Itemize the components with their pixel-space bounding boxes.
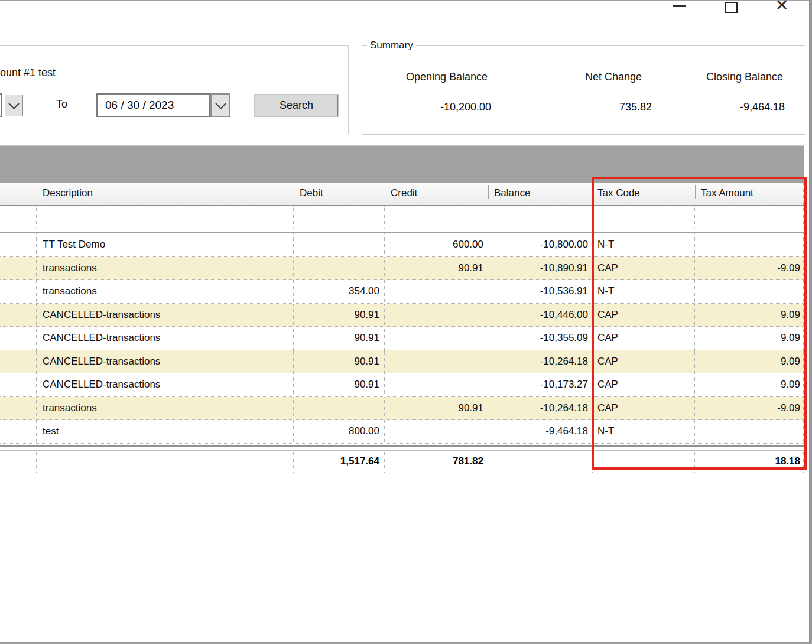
column-header-tax-code[interactable]: Tax Code [593,183,695,205]
column-header-debit[interactable]: Debit [294,183,385,205]
cell-tax-amount[interactable]: 9.09 [695,373,804,396]
cell-credit[interactable] [385,206,488,229]
app-window: ✕ ount #1 test To 06 / 30 / 2023 Search … [0,0,812,644]
totals-separator [0,445,804,451]
transaction-row[interactable]: test 800.00 -9,464.18 N-T [0,420,804,444]
transaction-row[interactable]: transactions 90.91 -10,890.91 CAP -9.09 [0,257,804,281]
close-icon[interactable]: ✕ [773,0,791,14]
to-label: To [56,98,67,110]
cell-tax-code[interactable]: N-T [593,280,695,303]
cell-tax-code[interactable]: CAP [593,350,695,373]
cell-blank[interactable] [0,327,37,350]
cell-blank[interactable] [0,420,37,443]
cell-description[interactable]: CANCELLED-transactions [37,350,294,373]
cell-blank[interactable] [0,350,37,373]
transaction-row[interactable]: CANCELLED-transactions 90.91 -10,446.00 … [0,304,804,327]
column-header-blank[interactable] [0,183,37,205]
cell-blank[interactable] [0,233,37,256]
cell-blank[interactable] [0,206,37,229]
cell-balance[interactable] [488,206,593,229]
opening-balance-label: Opening Balance [391,71,503,83]
column-header-description[interactable]: Description [37,183,294,205]
column-header-credit[interactable]: Credit [385,183,488,205]
cell-debit[interactable]: 90.91 [294,304,385,327]
cell-blank[interactable] [0,257,37,280]
cell-description[interactable]: TT Test Demo [37,233,294,256]
cell-tax-code[interactable]: CAP [593,373,695,396]
cell-debit[interactable] [294,233,385,256]
cell-balance[interactable]: -10,536.91 [488,280,593,303]
cell-description[interactable]: transactions [37,397,294,420]
cell-tax-code[interactable]: CAP [593,397,695,420]
cell-balance[interactable]: -10,890.91 [488,257,593,280]
cell-tax-amount[interactable]: 9.09 [695,327,804,350]
cell-credit[interactable]: 90.91 [385,397,488,420]
cell-tax-amount[interactable] [695,206,804,229]
cell-balance[interactable]: -10,173.27 [488,373,593,396]
cell-credit[interactable] [385,304,488,327]
cell-credit[interactable]: 600.00 [385,233,488,256]
cell-description[interactable]: CANCELLED-transactions [37,327,294,350]
column-header-balance[interactable]: Balance [488,183,593,205]
cell-debit[interactable]: 90.91 [294,373,385,396]
transaction-row[interactable]: TT Test Demo 600.00 -10,800.00 N-T [0,233,804,257]
cell-tax-amount[interactable]: 9.09 [695,350,804,373]
cell-tax-code[interactable]: CAP [593,304,695,327]
cell-debit[interactable] [294,206,385,229]
cell-blank[interactable] [0,304,37,327]
search-button[interactable]: Search [255,95,338,116]
to-date-dropdown-button[interactable] [210,93,230,117]
cell-tax-amount[interactable]: -9.09 [695,257,804,280]
cell-credit[interactable] [385,280,488,303]
from-date-dropdown-button[interactable] [5,95,23,116]
cell-balance[interactable]: -10,800.00 [488,233,593,256]
cell-description[interactable]: transactions [37,257,294,280]
new-entry-row[interactable] [0,206,804,229]
to-date-input[interactable]: 06 / 30 / 2023 [96,93,210,117]
transaction-row[interactable]: transactions 90.91 -10,264.18 CAP -9.09 [0,397,804,421]
cell-blank[interactable] [0,397,37,420]
cell-balance[interactable]: -9,464.18 [488,420,593,443]
cell-blank[interactable] [0,373,37,396]
cell-tax-code[interactable]: CAP [593,257,695,280]
cell-balance[interactable]: -10,264.18 [488,397,593,420]
transaction-row[interactable]: CANCELLED-transactions 90.91 -10,355.09 … [0,327,804,350]
transaction-row[interactable]: CANCELLED-transactions 90.91 -10,173.27 … [0,373,804,397]
cell-tax-amount[interactable]: 9.09 [695,304,804,327]
cell-debit[interactable] [294,397,385,420]
cell-credit[interactable]: 90.91 [385,257,488,280]
cell-description[interactable]: test [37,420,294,443]
cell-description[interactable]: transactions [37,280,294,303]
cell-debit[interactable] [294,257,385,280]
cell-balance[interactable]: -10,355.09 [488,327,593,350]
transaction-row[interactable]: transactions 354.00 -10,536.91 N-T [0,280,804,304]
cell-credit[interactable] [385,420,488,443]
cell-tax-code[interactable]: CAP [593,327,695,350]
cell-debit[interactable]: 800.00 [294,420,385,443]
cell-tax-code[interactable]: N-T [593,420,695,443]
cell-description[interactable] [37,206,294,229]
cell-blank[interactable] [0,280,37,303]
cell-credit[interactable] [385,350,488,373]
cell-debit[interactable]: 354.00 [294,280,385,303]
cell-balance[interactable]: -10,446.00 [488,304,593,327]
cell-balance[interactable]: -10,264.18 [488,350,593,373]
maximize-icon[interactable] [725,2,738,13]
cell-tax-code[interactable] [593,206,695,229]
cell-tax-amount[interactable] [695,420,804,443]
column-header-tax-amount[interactable]: Tax Amount [695,183,804,205]
cell-description[interactable]: CANCELLED-transactions [37,304,294,327]
cell-credit[interactable] [385,373,488,396]
transaction-row[interactable]: CANCELLED-transactions 90.91 -10,264.18 … [0,350,804,374]
from-date-field-fragment[interactable] [0,93,2,117]
cell-debit[interactable]: 90.91 [294,327,385,350]
cell-tax-amount[interactable] [695,280,804,303]
transactions-grid: Description Debit Credit Balance Tax Cod… [0,183,804,473]
cell-credit[interactable] [385,327,488,350]
cell-tax-code[interactable]: N-T [593,233,695,256]
cell-tax-amount[interactable]: -9.09 [695,397,804,420]
cell-tax-amount[interactable] [695,233,804,256]
minimize-icon[interactable] [673,5,686,7]
cell-description[interactable]: CANCELLED-transactions [37,373,294,396]
cell-debit[interactable]: 90.91 [294,350,385,373]
